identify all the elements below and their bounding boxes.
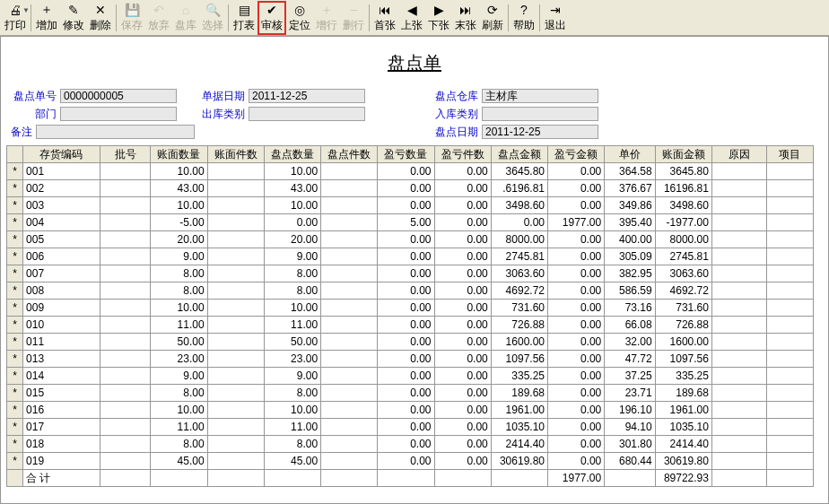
toolbar: 🖨打印▼＋增加✎修改✕删除💾保存↶放弃⌂盘库🔍选择▤打表✔审核◎定位+增行−删行… [0, 0, 829, 36]
col-header[interactable]: 盘点金额 [491, 146, 547, 163]
exit-button[interactable]: ⇥退出 [542, 2, 569, 34]
print-button[interactable]: 🖨打印▼ [2, 2, 29, 34]
discard-button: ↶放弃 [145, 2, 172, 34]
table-row[interactable]: *00910.0010.000.000.00731.600.0073.16731… [7, 300, 814, 317]
col-header[interactable]: 单价 [605, 146, 655, 163]
data-grid[interactable]: 存货编码批号账面数量账面件数盘点数量盘点件数盈亏数量盈亏件数盘点金额盈亏金额单价… [6, 145, 814, 487]
col-header[interactable]: 账面件数 [207, 146, 264, 163]
first-icon: ⏮ [378, 3, 392, 17]
col-header[interactable]: 账面金额 [655, 146, 711, 163]
lbl-docno: 盘点单号 [6, 89, 60, 104]
work-area: 盘点单 盘点单号0000000005 部门 备注 单据日期2011-12-25 … [0, 36, 829, 504]
lbl-intype: 入库类别 [428, 107, 482, 122]
save-button: 💾保存 [118, 2, 145, 34]
print-icon: 🖨 [8, 3, 22, 17]
table-row[interactable]: *01150.0050.000.000.001600.000.0032.0016… [7, 334, 814, 351]
val-outtype[interactable] [249, 107, 365, 121]
first-button[interactable]: ⏮首张 [371, 2, 398, 34]
locate-icon: ◎ [292, 3, 307, 17]
report-icon: ▤ [237, 3, 251, 17]
next-button[interactable]: ▶下张 [425, 2, 452, 34]
warehouse-icon: ⌂ [179, 3, 193, 17]
help-button[interactable]: ?帮助 [510, 2, 537, 34]
table-row[interactable]: *00243.0043.000.000.00.6196.810.00376.67… [7, 180, 814, 197]
table-row[interactable]: *0088.008.000.000.004692.720.00586.59469… [7, 282, 814, 300]
table-row[interactable]: *01011.0011.000.000.00726.880.0066.08726… [7, 317, 814, 334]
warehouse-button: ⌂盘库 [172, 2, 199, 34]
next-icon: ▶ [432, 3, 446, 17]
lbl-countdate: 盘点日期 [428, 125, 482, 140]
lbl-whs: 盘点仓库 [428, 89, 482, 104]
col-header[interactable]: 项目 [766, 146, 813, 163]
table-row[interactable]: *01945.0045.000.000.0030619.800.00680.44… [7, 453, 814, 470]
save-icon: 💾 [125, 3, 139, 17]
lbl-remark: 备注 [6, 125, 36, 140]
exit-icon: ⇥ [548, 3, 563, 17]
lbl-docdate: 单据日期 [195, 89, 249, 104]
select-icon: 🔍 [205, 3, 220, 17]
table-row[interactable]: *00310.0010.000.000.003498.600.00349.863… [7, 197, 814, 214]
dropdown-caret-icon: ▼ [22, 6, 30, 14]
delrow-button: −删行 [340, 2, 367, 34]
delrow-icon: − [346, 3, 361, 17]
table-row[interactable]: *0069.009.000.000.002745.810.00305.09274… [7, 248, 814, 265]
refresh-icon: ⟳ [485, 3, 500, 17]
table-row[interactable]: *004-5.000.005.000.000.001977.00395.40-1… [7, 214, 814, 231]
locate-button[interactable]: ◎定位 [286, 2, 313, 34]
val-intype[interactable] [482, 107, 598, 121]
edit-icon: ✎ [66, 3, 81, 17]
select-button: 🔍选择 [199, 2, 226, 34]
lbl-outtype: 出库类别 [195, 107, 249, 122]
prev-icon: ◀ [405, 3, 419, 17]
table-row[interactable]: *01711.0011.000.000.001035.100.0094.1010… [7, 419, 814, 436]
val-dept[interactable] [60, 107, 177, 121]
add-button[interactable]: ＋增加 [33, 2, 60, 34]
report-button[interactable]: ▤打表 [231, 2, 257, 34]
header-block: 盘点单号0000000005 部门 备注 单据日期2011-12-25 出库类别… [6, 88, 823, 140]
val-countdate[interactable]: 2011-12-25 [482, 125, 598, 139]
table-row[interactable]: *00110.0010.000.000.003645.800.00364.583… [7, 163, 814, 180]
delete-button[interactable]: ✕删除 [87, 2, 114, 34]
delete-icon: ✕ [93, 3, 108, 17]
col-header[interactable]: 批号 [100, 146, 150, 163]
col-header[interactable]: 账面数量 [151, 146, 207, 163]
table-row[interactable]: *0158.008.000.000.00189.680.0023.71189.6… [7, 385, 814, 402]
discard-icon: ↶ [152, 3, 166, 17]
col-header[interactable]: 盈亏件数 [434, 146, 491, 163]
prev-button[interactable]: ◀上张 [398, 2, 425, 34]
col-header[interactable]: 盘点数量 [264, 146, 320, 163]
edit-button[interactable]: ✎修改 [60, 2, 87, 34]
addrow-icon: + [319, 3, 334, 17]
audit-icon: ✔ [265, 3, 279, 17]
lbl-dept: 部门 [6, 107, 60, 122]
col-header[interactable]: 盘点件数 [321, 146, 378, 163]
table-row[interactable]: *0078.008.000.000.003063.600.00382.95306… [7, 265, 814, 282]
table-row[interactable]: *01323.0023.000.000.001097.560.0047.7210… [7, 351, 814, 368]
val-whs[interactable]: 主材库 [482, 89, 598, 103]
val-remark[interactable] [36, 125, 195, 139]
table-row[interactable]: *0188.008.000.000.002414.400.00301.80241… [7, 436, 814, 453]
totals-row: 合 计1977.0089722.93 [7, 470, 814, 487]
val-docno[interactable]: 0000000005 [60, 89, 177, 103]
audit-button[interactable]: ✔审核 [257, 1, 286, 35]
last-icon: ⏭ [458, 3, 473, 17]
table-row[interactable]: *01610.0010.000.000.001961.000.00196.101… [7, 402, 814, 419]
table-row[interactable]: *0149.009.000.000.00335.250.0037.25335.2… [7, 368, 814, 385]
last-button[interactable]: ⏭末张 [452, 2, 479, 34]
col-header[interactable]: 盈亏数量 [378, 146, 434, 163]
col-header[interactable]: 盈亏金额 [548, 146, 605, 163]
addrow-button: +增行 [313, 2, 340, 34]
val-docdate[interactable]: 2011-12-25 [249, 89, 365, 103]
refresh-button[interactable]: ⟳刷新 [479, 2, 506, 34]
col-header[interactable]: 原因 [711, 146, 766, 163]
table-row[interactable]: *00520.0020.000.000.008000.000.00400.008… [7, 231, 814, 248]
help-icon: ? [517, 3, 531, 17]
add-icon: ＋ [39, 3, 54, 17]
doc-title: 盘点单 [6, 51, 823, 75]
col-header[interactable]: 存货编码 [23, 146, 100, 163]
